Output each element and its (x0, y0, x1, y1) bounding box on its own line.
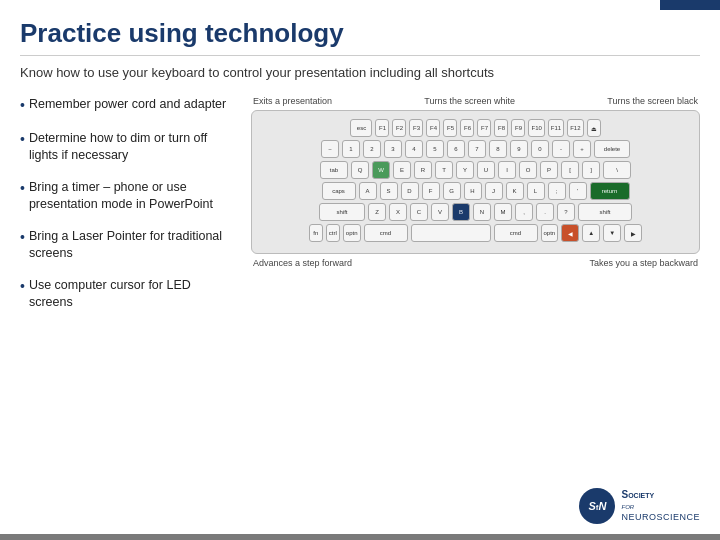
key-f6: F6 (460, 119, 474, 137)
bullet-list: • Remember power cord and adapter • Dete… (20, 96, 235, 326)
bullet-text-3: Bring a timer – phone or use presentatio… (29, 179, 235, 214)
page-title: Practice using technology (20, 18, 700, 49)
key-equals: + (573, 140, 591, 158)
kb-row-3: tab Q W E R T Y U I O P [ ] \ (258, 161, 693, 179)
key-s: S (380, 182, 398, 200)
logo-text: Society for Neuroscience (621, 488, 700, 524)
key-f7: F7 (477, 119, 491, 137)
keyboard-top-labels: Exits a presentation Turns the screen wh… (251, 96, 700, 106)
top-accent-bar (660, 0, 720, 10)
subtitle-text: Know how to use your keyboard to control… (20, 64, 700, 82)
keyboard-graphic: esc F1 F2 F3 F4 F5 F6 F7 F8 F9 F10 F11 F… (251, 110, 700, 254)
key-tilde: ~ (321, 140, 339, 158)
key-z: Z (368, 203, 386, 221)
title-divider (20, 55, 700, 56)
header-section: Practice using technology Know how to us… (0, 0, 720, 82)
key-f4: F4 (426, 119, 440, 137)
key-b: B (452, 203, 470, 221)
keyboard-bottom-labels: Advances a step forward Takes you a step… (251, 258, 700, 268)
key-p: P (540, 161, 558, 179)
key-option: optn (343, 224, 361, 242)
key-r: R (414, 161, 432, 179)
list-item: • Use computer cursor for LED screens (20, 277, 235, 312)
key-h: H (464, 182, 482, 200)
kb-row-5: shift Z X C V B N M , . ? shift (258, 203, 693, 221)
key-backslash: \ (603, 161, 631, 179)
bullet-text-2: Determine how to dim or turn off lights … (29, 130, 235, 165)
key-e: E (393, 161, 411, 179)
key-5: 5 (426, 140, 444, 158)
keyboard-area: Exits a presentation Turns the screen wh… (251, 96, 700, 326)
key-8: 8 (489, 140, 507, 158)
key-space (411, 224, 491, 242)
key-esc: esc (350, 119, 372, 137)
key-f5: F5 (443, 119, 457, 137)
key-delete: delete (594, 140, 630, 158)
list-item: • Bring a Laser Pointer for traditional … (20, 228, 235, 263)
label-exits: Exits a presentation (253, 96, 332, 106)
key-up: ▲ (582, 224, 600, 242)
key-slash: ? (557, 203, 575, 221)
key-cmd-left: cmd (364, 224, 408, 242)
key-1: 1 (342, 140, 360, 158)
key-return: return (590, 182, 630, 200)
key-left: ◀ (561, 224, 579, 242)
label-black: Turns the screen black (607, 96, 698, 106)
key-c: C (410, 203, 428, 221)
key-shift-right: shift (578, 203, 632, 221)
key-f11: F11 (548, 119, 564, 137)
key-g: G (443, 182, 461, 200)
list-item: • Remember power cord and adapter (20, 96, 235, 116)
list-item: • Bring a timer – phone or use presentat… (20, 179, 235, 214)
key-a: A (359, 182, 377, 200)
key-w: W (372, 161, 390, 179)
key-option-right: optn (541, 224, 559, 242)
key-7: 7 (468, 140, 486, 158)
key-f9: F9 (511, 119, 525, 137)
key-caps: caps (322, 182, 356, 200)
key-y: Y (456, 161, 474, 179)
key-fn: fn (309, 224, 323, 242)
key-o: O (519, 161, 537, 179)
logo-society: Society (621, 488, 700, 501)
bottom-bar (0, 534, 720, 540)
list-item: • Determine how to dim or turn off light… (20, 130, 235, 165)
bullet-text-4: Bring a Laser Pointer for traditional sc… (29, 228, 235, 263)
label-backward: Takes you a step backward (589, 258, 698, 268)
key-tab: tab (320, 161, 348, 179)
key-n: N (473, 203, 491, 221)
key-4: 4 (405, 140, 423, 158)
logo-neuroscience: Neuroscience (621, 512, 700, 524)
key-lbracket: [ (561, 161, 579, 179)
key-right: ▶ (624, 224, 642, 242)
bullet-dot: • (20, 277, 25, 312)
main-content: • Remember power cord and adapter • Dete… (0, 96, 720, 326)
key-3: 3 (384, 140, 402, 158)
bullet-dot: • (20, 130, 25, 165)
key-x: X (389, 203, 407, 221)
key-f3: F3 (409, 119, 423, 137)
key-down: ▼ (603, 224, 621, 242)
bullet-text-1: Remember power cord and adapter (29, 96, 226, 116)
key-6: 6 (447, 140, 465, 158)
key-d: D (401, 182, 419, 200)
kb-row-4: caps A S D F G H J K L ; ' return (258, 182, 693, 200)
key-v: V (431, 203, 449, 221)
sfn-logo-icon: SfN (579, 488, 615, 524)
kb-row-1: esc F1 F2 F3 F4 F5 F6 F7 F8 F9 F10 F11 F… (258, 119, 693, 137)
bullet-dot: • (20, 96, 25, 116)
key-u: U (477, 161, 495, 179)
key-quote: ' (569, 182, 587, 200)
key-f8: F8 (494, 119, 508, 137)
key-minus: - (552, 140, 570, 158)
key-eject: ⏏ (587, 119, 601, 137)
key-9: 9 (510, 140, 528, 158)
key-l: L (527, 182, 545, 200)
label-white: Turns the screen white (424, 96, 515, 106)
bullet-text-5: Use computer cursor for LED screens (29, 277, 235, 312)
key-0: 0 (531, 140, 549, 158)
key-period: . (536, 203, 554, 221)
key-f: F (422, 182, 440, 200)
logo-for: for (621, 501, 700, 513)
key-2: 2 (363, 140, 381, 158)
